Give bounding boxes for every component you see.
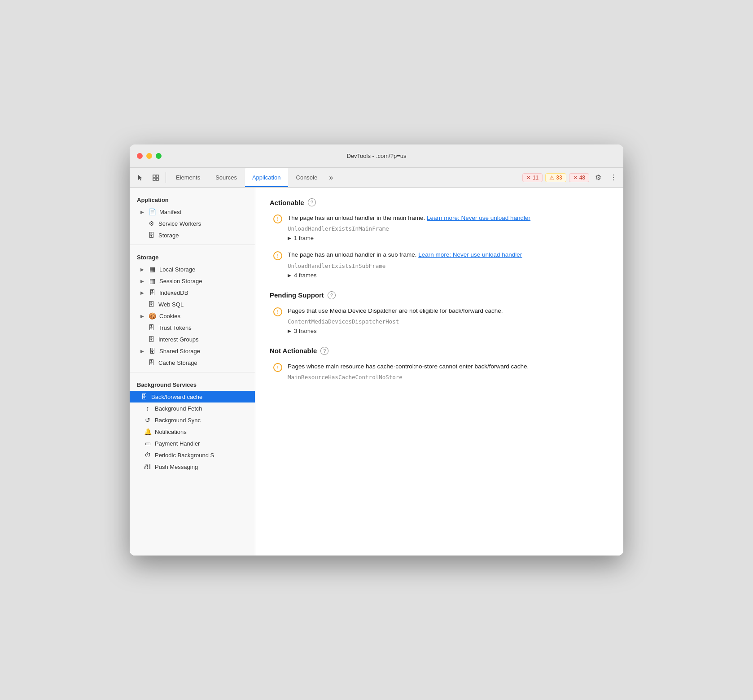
interest-groups-label: Interest Groups <box>158 336 199 343</box>
main-area: Application ▶ 📄 Manifest ⚙ Service Worke… <box>130 188 623 556</box>
notifications-label: Notifications <box>155 429 187 435</box>
sidebar-item-storage-app[interactable]: 🗄 Storage <box>130 229 255 241</box>
service-workers-icon: ⚙ <box>148 220 155 227</box>
sidebar-item-shared-storage[interactable]: ▶ 🗄 Shared Storage <box>130 345 255 357</box>
sidebar-item-periodic-background[interactable]: ⏱ Periodic Background S <box>130 449 255 461</box>
issue-text-1: The page has an unload handler in the ma… <box>288 214 609 223</box>
web-sql-label: Web SQL <box>158 301 184 308</box>
sidebar-item-service-workers[interactable]: ⚙ Service Workers <box>130 218 255 229</box>
title-bar: DevTools - .com/?p=us <box>130 144 623 168</box>
sidebar-item-interest-groups[interactable]: 🗄 Interest Groups <box>130 333 255 345</box>
tab-elements-label: Elements <box>176 174 200 181</box>
interest-groups-icon: 🗄 <box>148 336 155 343</box>
svg-rect-1 <box>156 175 158 177</box>
session-storage-expand-icon: ▶ <box>140 279 144 284</box>
sidebar-item-payment-handler[interactable]: ▭ Payment Handler <box>130 438 255 449</box>
minimize-button[interactable] <box>146 153 152 159</box>
sidebar-item-indexeddb[interactable]: ▶ 🗄 IndexedDB <box>130 287 255 298</box>
issue-frames-3[interactable]: ▶ 3 frames <box>288 328 609 334</box>
sidebar-section-storage: Storage <box>130 249 255 263</box>
sidebar-item-session-storage[interactable]: ▶ ▦ Session Storage <box>130 275 255 287</box>
info-icon: ✕ <box>573 175 578 181</box>
actionable-title: Actionable <box>270 199 304 206</box>
not-actionable-help-icon[interactable]: ? <box>320 347 328 355</box>
inspect-icon[interactable] <box>149 171 163 185</box>
sidebar-section-bg-services: Background Services <box>130 376 255 391</box>
issue-content-3: Pages that use Media Device Dispatcher a… <box>288 306 609 334</box>
issue-text-4: Pages whose main resource has cache-cont… <box>288 362 609 371</box>
tab-console[interactable]: Console <box>289 168 325 187</box>
frames-label-3: 3 frames <box>294 328 317 334</box>
maximize-button[interactable] <box>156 153 162 159</box>
tab-right-actions: ✕ 11 ⚠ 33 ✕ 48 ⚙ ⋮ <box>522 171 620 184</box>
periodic-background-label: Periodic Background S <box>155 452 214 459</box>
issue-text-span-1: The page has an unload handler in the ma… <box>288 214 425 221</box>
sidebar-item-local-storage[interactable]: ▶ ▦ Local Storage <box>130 263 255 275</box>
issue-unload-sub-frame: ! The page has an unload handler in a su… <box>270 250 609 278</box>
local-storage-label: Local Storage <box>159 266 195 273</box>
sidebar-item-background-sync[interactable]: ↺ Background Sync <box>130 414 255 426</box>
sidebar-divider-2 <box>130 372 255 372</box>
issue-warn-icon-4: ! <box>273 363 282 372</box>
cookies-expand-icon: ▶ <box>140 314 144 319</box>
actionable-header: Actionable ? <box>270 198 609 206</box>
sidebar-item-manifest[interactable]: ▶ 📄 Manifest <box>130 206 255 218</box>
issue-media-device: ! Pages that use Media Device Dispatcher… <box>270 306 609 334</box>
background-fetch-icon: ↕ <box>144 405 151 412</box>
warning-badge[interactable]: ⚠ 33 <box>545 173 566 182</box>
tab-application[interactable]: Application <box>245 168 288 187</box>
cookies-icon: 🍪 <box>149 312 156 319</box>
tab-elements[interactable]: Elements <box>169 168 207 187</box>
pending-support-title: Pending Support <box>270 291 324 299</box>
issue-cache-control: ! Pages whose main resource has cache-co… <box>270 362 609 383</box>
close-button[interactable] <box>137 153 143 159</box>
sidebar-item-cookies[interactable]: ▶ 🍪 Cookies <box>130 310 255 322</box>
cache-storage-label: Cache Storage <box>158 359 197 366</box>
sidebar-item-back-forward-cache[interactable]: 🗄 Back/forward cache <box>130 391 255 402</box>
issue-link-2[interactable]: Learn more: Never use unload handler <box>418 251 522 258</box>
cursor-icon[interactable] <box>133 171 148 185</box>
issue-content-4: Pages whose main resource has cache-cont… <box>288 362 609 383</box>
sidebar-section-application: Application <box>130 191 255 206</box>
title-left: DevTools - <box>347 153 374 159</box>
pending-support-help-icon[interactable]: ? <box>328 291 336 299</box>
background-sync-label: Background Sync <box>155 417 201 424</box>
error-badge[interactable]: ✕ 11 <box>522 173 543 182</box>
issue-unload-main-frame: ! The page has an unload handler in the … <box>270 214 609 241</box>
background-sync-icon: ↺ <box>144 416 151 424</box>
sidebar: Application ▶ 📄 Manifest ⚙ Service Worke… <box>130 188 255 556</box>
sidebar-item-background-fetch[interactable]: ↕ Background Fetch <box>130 402 255 414</box>
tab-console-label: Console <box>296 174 318 181</box>
tab-sources[interactable]: Sources <box>208 168 244 187</box>
background-fetch-label: Background Fetch <box>155 405 202 412</box>
tab-overflow[interactable]: » <box>325 172 337 184</box>
payment-handler-label: Payment Handler <box>155 440 200 447</box>
issue-code-3: ContentMediaDevicesDispatcherHost <box>288 318 609 325</box>
actionable-help-icon[interactable]: ? <box>308 198 316 206</box>
info-badge[interactable]: ✕ 48 <box>569 173 589 182</box>
service-workers-label: Service Workers <box>158 220 201 227</box>
issue-text-3: Pages that use Media Device Dispatcher a… <box>288 306 609 315</box>
issue-link-1[interactable]: Learn more: Never use unload handler <box>427 214 530 221</box>
manifest-icon: 📄 <box>149 208 156 215</box>
frames-arrow-3: ▶ <box>288 328 291 333</box>
session-storage-label: Session Storage <box>159 278 202 284</box>
error-icon: ✕ <box>526 175 531 181</box>
manifest-expand-icon: ▶ <box>140 210 144 214</box>
sidebar-item-push-messaging[interactable]: ⛙ Push Messaging <box>130 461 255 472</box>
issue-frames-2[interactable]: ▶ 4 frames <box>288 272 609 279</box>
storage-app-label: Storage <box>158 232 179 239</box>
sidebar-item-web-sql[interactable]: 🗄 Web SQL <box>130 298 255 310</box>
settings-button[interactable]: ⚙ <box>592 171 604 184</box>
shared-storage-expand-icon: ▶ <box>140 349 144 354</box>
sidebar-item-trust-tokens[interactable]: 🗄 Trust Tokens <box>130 322 255 333</box>
not-actionable-section: Not Actionable ? ! Pages whose main reso… <box>270 347 609 383</box>
sidebar-item-cache-storage[interactable]: 🗄 Cache Storage <box>130 357 255 368</box>
back-forward-cache-label: Back/forward cache <box>151 394 202 400</box>
issue-content-1: The page has an unload handler in the ma… <box>288 214 609 241</box>
issue-frames-1[interactable]: ▶ 1 frame <box>288 235 609 241</box>
sidebar-item-notifications[interactable]: 🔔 Notifications <box>130 426 255 438</box>
more-options-button[interactable]: ⋮ <box>607 171 620 184</box>
issue-warn-icon-1: ! <box>273 214 282 223</box>
notifications-icon: 🔔 <box>144 428 151 435</box>
